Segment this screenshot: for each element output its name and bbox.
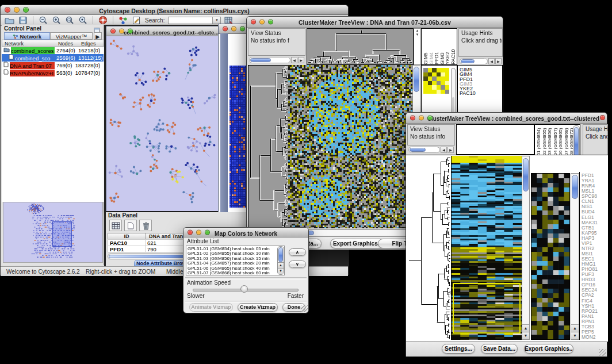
close-button[interactable]: [188, 230, 193, 235]
resize-grip[interactable]: [301, 305, 308, 312]
similarity-cell[interactable]: [432, 72, 437, 77]
array-column-label[interactable]: GIM4: [429, 30, 434, 64]
similarity-cell[interactable]: [428, 76, 433, 81]
network-row-combined-sco-selected[interactable]: combined_sco 2569(6) 13112(15): [2, 54, 104, 62]
similarity-cell[interactable]: [428, 81, 433, 86]
gene-row-label[interactable]: PAC10: [460, 91, 502, 95]
resize-grip[interactable]: [599, 349, 606, 356]
similarity-cell[interactable]: [441, 72, 445, 77]
treeview2-titlebar[interactable]: ClusterMaker TreeView : combined_scores_…: [406, 113, 607, 124]
scroll-down-icon[interactable]: ▼: [522, 332, 529, 339]
close-button[interactable]: [223, 26, 228, 32]
scroll-down-icon[interactable]: ▼: [571, 332, 579, 339]
similarity-cell[interactable]: [437, 72, 441, 77]
tv2-row-dendrogram[interactable]: [407, 156, 451, 340]
similarity-cell[interactable]: [423, 90, 428, 94]
save-button[interactable]: [17, 16, 29, 25]
table-row-id[interactable]: PFD1: [108, 246, 146, 252]
create-vizmap-button[interactable]: Create Vizmap: [238, 303, 278, 312]
attribute-list-item[interactable]: GPL51-07 (GSM868) heat shock 60 min: [188, 271, 284, 275]
window-edge-scrollbar[interactable]: [220, 33, 228, 215]
network-overview-canvas[interactable]: [3, 202, 102, 262]
similarity-cell[interactable]: [441, 81, 445, 86]
new-attribute-icon[interactable]: [124, 220, 137, 231]
similarity-cell[interactable]: [432, 81, 437, 86]
search-combobox[interactable]: ▼: [168, 17, 221, 24]
zoom-selected-icon[interactable]: [64, 16, 75, 25]
select-attributes-icon[interactable]: [109, 220, 122, 231]
close-button[interactable]: [410, 116, 415, 121]
attribute-list[interactable]: GPL51-01 (GSM854) heat shock 05 minGPL51…: [186, 246, 285, 275]
scroll-right-icon[interactable]: ▶: [447, 147, 454, 153]
array-column-label[interactable]: PAC10: [450, 30, 456, 64]
scroll-down-icon[interactable]: ▼: [278, 268, 284, 274]
dialog-titlebar[interactable]: Map Colors to Network: [183, 228, 308, 237]
similarity-cell[interactable]: [441, 90, 445, 94]
tv2-status-scrollbar[interactable]: ◀▶: [408, 147, 454, 153]
similarity-cell[interactable]: [445, 90, 450, 94]
similarity-cell[interactable]: [423, 81, 428, 86]
array-column-label[interactable]: PFD1: [434, 30, 439, 64]
similarity-cell[interactable]: [445, 81, 450, 86]
help-lifebuoy-icon[interactable]: [97, 16, 109, 25]
similarity-cell[interactable]: [441, 68, 445, 72]
similarity-cell[interactable]: [437, 68, 441, 72]
tab-overflow-button[interactable]: ▶: [94, 32, 102, 40]
zoom-button[interactable]: [427, 116, 433, 121]
chevron-down-icon[interactable]: ▼: [212, 17, 220, 24]
export-graphics-button[interactable]: Export Graphics...: [330, 239, 385, 248]
close-button[interactable]: [5, 7, 10, 13]
secondary-close-indicator[interactable]: [600, 115, 605, 120]
scroll-right-icon[interactable]: ▶: [495, 58, 502, 64]
similarity-cell[interactable]: [428, 90, 433, 94]
similarity-cell[interactable]: [428, 68, 433, 72]
network-row-dna-and-tran[interactable]: DNA and Tran 07 769(0) 183728(0): [2, 62, 104, 69]
similarity-cell[interactable]: [428, 72, 433, 77]
similarity-cell[interactable]: [437, 90, 441, 94]
similarity-cell[interactable]: [437, 85, 441, 90]
similarity-cell[interactable]: [432, 85, 437, 90]
tv2-column-dendrogram-area[interactable]: [456, 124, 534, 155]
minimize-button[interactable]: [14, 7, 20, 13]
scroll-right-icon[interactable]: ▶: [298, 57, 304, 63]
zoom-in-icon[interactable]: [51, 16, 62, 25]
minimize-button[interactable]: [196, 230, 201, 235]
tab-vizmapper[interactable]: VizMapper™: [50, 32, 93, 40]
animate-vizmap-button[interactable]: Animate Vizmap: [189, 303, 233, 312]
zoom-button[interactable]: [23, 7, 29, 13]
network-overview-panel[interactable]: [3, 202, 103, 263]
network-view-titlebar[interactable]: combined_scores_good.txt--cluste...: [106, 26, 220, 36]
similarity-cell[interactable]: [437, 81, 441, 86]
export-graphics-button[interactable]: Export Graphics...: [524, 344, 573, 354]
similarity-cell[interactable]: [432, 68, 437, 72]
similarity-cell[interactable]: [428, 85, 433, 90]
vizmapper-icon[interactable]: [117, 16, 129, 25]
tv1-usage-scrollbar[interactable]: ◀▶: [460, 58, 502, 64]
open-file-button[interactable]: [4, 16, 16, 25]
scroll-up-icon[interactable]: ▲: [522, 324, 529, 332]
move-down-button[interactable]: ∨: [289, 260, 306, 268]
similarity-cell[interactable]: [423, 68, 428, 72]
array-column-label[interactable]: YKE2: [445, 30, 450, 64]
attribute-list-scrollbar[interactable]: ▲ ▼: [277, 246, 284, 275]
similarity-cell[interactable]: [423, 72, 428, 77]
similarity-cell[interactable]: [432, 90, 437, 94]
tv2-zoom-heatmap-canvas[interactable]: [531, 173, 570, 340]
tv1-heatmap-canvas[interactable]: [288, 65, 412, 228]
zoom-button[interactable]: [240, 26, 245, 32]
tv1-row-dendrogram[interactable]: [248, 65, 289, 229]
annotation-icon[interactable]: [131, 16, 142, 25]
animation-speed-slider-thumb[interactable]: [240, 285, 248, 293]
zoom-button[interactable]: [268, 20, 273, 25]
close-button[interactable]: [110, 29, 116, 34]
similarity-cell[interactable]: [445, 72, 450, 77]
treeview1-titlebar[interactable]: ClusterMaker TreeView : DNA and Tran 07-…: [247, 17, 503, 28]
tab-network[interactable]: Network: [4, 32, 50, 40]
move-up-button[interactable]: ∧: [289, 248, 306, 256]
similarity-cell[interactable]: [423, 76, 428, 81]
settings-button[interactable]: Settings...: [442, 344, 475, 354]
scroll-left-icon[interactable]: ◀: [441, 147, 447, 153]
minimize-button[interactable]: [419, 116, 424, 121]
similarity-cell[interactable]: [441, 85, 445, 90]
similarity-cell[interactable]: [445, 68, 450, 72]
